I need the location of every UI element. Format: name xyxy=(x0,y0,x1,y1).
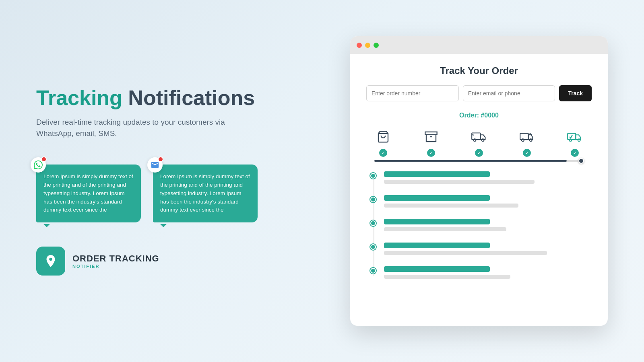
tl-sub-bar-4 xyxy=(384,251,547,255)
timeline-content-2 xyxy=(384,195,588,209)
progress-bar-track xyxy=(374,160,584,162)
delivered-icon xyxy=(566,128,584,146)
dispatch-icon xyxy=(470,128,488,146)
step-dispatch: ✓ xyxy=(470,128,488,157)
browser-content: Track Your Order Track Order: #0000 xyxy=(350,54,608,326)
cart-icon xyxy=(374,128,392,146)
step-check-transit: ✓ xyxy=(523,149,531,157)
timeline xyxy=(366,171,592,280)
tl-sub-bar-3 xyxy=(384,227,506,231)
email-badge xyxy=(158,156,163,162)
timeline-dot-3 xyxy=(370,220,376,226)
timeline-item xyxy=(370,171,588,185)
brand-logo xyxy=(36,247,65,276)
timeline-item-3 xyxy=(370,219,588,233)
whatsapp-bubble-text: Lorem Ipsum is simply dummy text of the … xyxy=(43,173,133,213)
tracking-steps: ✓ ✓ xyxy=(366,128,592,157)
timeline-dot-4 xyxy=(370,244,376,250)
timeline-dot-5 xyxy=(370,268,376,274)
step-check-box: ✓ xyxy=(427,149,435,157)
order-input[interactable] xyxy=(366,85,459,101)
svg-point-11 xyxy=(578,139,580,141)
timeline-content-4 xyxy=(384,243,588,257)
contact-input[interactable] xyxy=(463,85,555,101)
tl-sub-bar-5 xyxy=(384,275,510,279)
timeline-dot-2 xyxy=(370,197,376,202)
tl-main-bar-1 xyxy=(384,171,490,177)
timeline-content-1 xyxy=(384,171,588,185)
timeline-content-3 xyxy=(384,219,588,233)
track-button[interactable]: Track xyxy=(559,85,592,101)
step-check-dispatch: ✓ xyxy=(475,149,483,157)
brand-sub: NOTIFIER xyxy=(72,264,159,269)
step-check-delivered: ✓ xyxy=(571,149,579,157)
brand-text-group: ORDER TRACKING NOTIFIER xyxy=(72,253,159,269)
brand-name: ORDER TRACKING xyxy=(72,253,159,264)
headline-highlight: Tracking xyxy=(36,86,122,109)
headline: Tracking Notifications xyxy=(36,86,262,109)
order-number: Order: #0000 xyxy=(366,112,592,119)
step-cart: ✓ xyxy=(374,128,392,157)
step-check-cart: ✓ xyxy=(379,149,387,157)
headline-rest: Notifications xyxy=(122,86,255,109)
tl-main-bar-5 xyxy=(384,266,490,272)
tl-sub-bar-2 xyxy=(384,204,518,208)
main-container: Tracking Notifications Deliver real-time… xyxy=(20,16,624,346)
dot-green[interactable] xyxy=(374,43,379,48)
tl-main-bar-3 xyxy=(384,219,490,224)
brand-bar: ORDER TRACKING NOTIFIER xyxy=(36,247,262,276)
chat-bubbles: Lorem Ipsum is simply dummy text of the … xyxy=(36,156,262,223)
svg-rect-6 xyxy=(520,134,528,140)
email-bubble: Lorem Ipsum is simply dummy text of the … xyxy=(153,165,258,223)
tl-main-bar-2 xyxy=(384,195,490,201)
tl-main-bar-4 xyxy=(384,243,490,248)
page-title: Track Your Order xyxy=(366,65,592,76)
left-panel: Tracking Notifications Deliver real-time… xyxy=(36,86,286,276)
email-bubble-icon xyxy=(147,157,163,173)
dot-red[interactable] xyxy=(357,43,362,48)
progress-bar-fill xyxy=(374,160,567,162)
progress-knob xyxy=(578,158,584,164)
dot-yellow[interactable] xyxy=(365,43,370,48)
step-delivered: ✓ xyxy=(566,128,584,157)
svg-point-8 xyxy=(530,139,532,141)
step-box: ✓ xyxy=(422,128,440,157)
timeline-dot-1 xyxy=(370,173,376,179)
svg-point-10 xyxy=(569,139,572,141)
box-icon xyxy=(422,128,440,146)
timeline-item-4 xyxy=(370,243,588,257)
tl-sub-bar-1 xyxy=(384,180,535,184)
whatsapp-bubble-icon xyxy=(31,157,46,173)
svg-point-5 xyxy=(482,139,484,141)
subtitle: Deliver real-time tracking updates to yo… xyxy=(36,117,262,140)
browser-window: Track Your Order Track Order: #0000 xyxy=(350,36,608,326)
step-transit: ✓ xyxy=(518,128,536,157)
email-bubble-text: Lorem Ipsum is simply dummy text of the … xyxy=(160,173,250,213)
svg-point-7 xyxy=(522,139,524,141)
whatsapp-badge xyxy=(41,156,47,162)
transit-icon xyxy=(518,128,536,146)
timeline-content-5 xyxy=(384,266,588,280)
svg-point-4 xyxy=(473,139,476,141)
svg-rect-1 xyxy=(425,132,437,135)
browser-bar xyxy=(350,36,608,54)
timeline-item-2 xyxy=(370,195,588,209)
search-row: Track xyxy=(366,85,592,101)
timeline-item-5 xyxy=(370,266,588,280)
whatsapp-bubble: Lorem Ipsum is simply dummy text of the … xyxy=(36,165,141,223)
